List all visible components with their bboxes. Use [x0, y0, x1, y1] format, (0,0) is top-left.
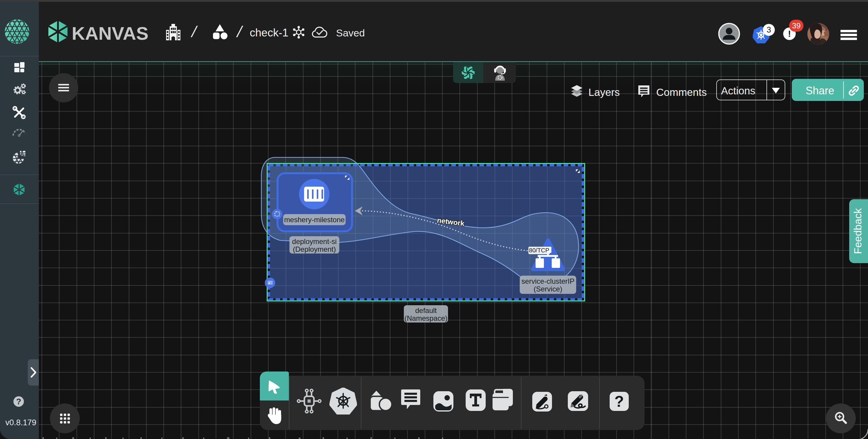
- svg-text:?: ?: [614, 393, 624, 410]
